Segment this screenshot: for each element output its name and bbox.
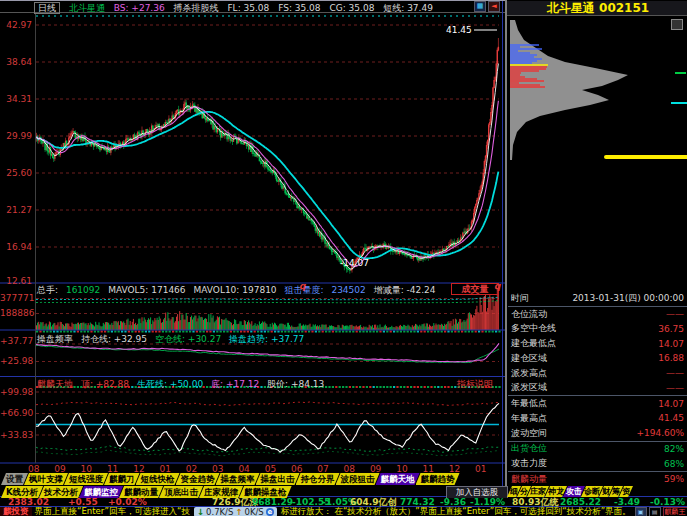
tab-持仓分界[interactable]: 持仓分界 [296,473,340,485]
juji-value: 234502 [331,285,365,295]
stat-label: 建仓区域 [511,352,547,365]
tab-顶底出击[interactable]: 顶底出击 [159,486,203,498]
axis-label: +33.83 [0,430,32,440]
month-label: 01 [475,464,486,474]
volume-panel-switch[interactable]: 成交量 [451,283,499,295]
index-value: -1.19% [470,498,505,506]
market-index-bar: 2383.02+0.55+0.02%726.9亿深9681.29-102.55-… [0,498,687,506]
stock-name: 北斗星通 [69,3,105,13]
grid-lines [36,16,499,435]
shengsi-value: 生死线: +50.00 [137,379,203,389]
chip-profile [510,20,628,160]
tab-波段狙击[interactable]: 波段狙击 [336,473,380,485]
app-window: 日线 北斗星通 BS: +27.36 搏杀排股线 FL: 35.08 FS: 3… [0,0,687,516]
chicang-value: 持仓线: +32.95 [81,334,147,344]
stat-row-攻击力度: 攻击力度68% [508,456,687,471]
stat-row-建仓区域: 建仓区域16.88 [508,351,687,366]
freq-lines [36,343,499,362]
index-value: -3.49 [614,498,640,506]
axis-label: +66.90 [0,408,32,418]
freq-name: 操盘频率 [37,334,73,344]
event-marker-q1: q [299,281,305,291]
stat-value: —— [666,368,684,378]
index-value: -9.36 [440,498,466,506]
period-selector[interactable]: 日线 [34,2,60,14]
rtab-攻击[interactable]: 攻击 [563,486,585,497]
right-info-panel: 北斗星通 002151 时间2013-01-31(四) 00:00:00仓位流动… [505,0,687,497]
fs-value: FS: 35.08 [278,3,320,13]
tab-麒麟趋势[interactable]: 麒麟趋势 [416,473,460,485]
kline-header: 日线 北斗星通 BS: +27.36 搏杀排股线 FL: 35.08 FS: 3… [34,2,494,12]
download-speed: 0.7K/S [206,507,233,516]
index-value: 774.32 [400,498,435,506]
close-panel-icon[interactable]: ◄ [488,1,500,12]
rtab-庄家[interactable]: 庄家 [527,486,549,497]
stat-row-仓位流动: 仓位流动—— [508,306,687,322]
stat-value: 14.07 [658,339,684,349]
axis-label: 25.60 [0,168,32,178]
axis-label: 377771 [0,293,32,303]
index-value: 80.93亿统 [512,498,558,506]
browser-icon[interactable]: e [266,508,274,516]
stat-value: 41.45 [658,413,684,423]
index-value: 9681.29 [252,498,293,506]
stat-label: 建仓最低点 [511,337,556,350]
panel-pin-icon[interactable] [671,19,683,30]
axis-label: 29.99 [0,131,32,141]
rtab-诊断[interactable]: 诊断 [581,486,603,497]
stat-row-年最高点: 年最高点41.45 [508,411,687,426]
index-value: 604.9亿创 [350,498,396,506]
price-marker-line [604,155,687,159]
tab-操盘出击[interactable]: 操盘出击 [256,473,300,485]
ding-value: 顶: +82.88 [81,379,129,389]
indicator-help-link[interactable]: 指标说明 [457,378,493,391]
tiandi-panel-header: 麒麟天地 顶: +82.88 生死线: +50.00 底: +17.12 股价:… [37,378,329,391]
upload-arrow-icon: ↑ [235,507,242,516]
tab-麒麟刀[interactable]: 麒麟刀 [104,473,140,485]
axis-label: 16.94 [0,242,32,252]
stat-label: 年最高点 [511,412,547,425]
taskbar-status-icons: ▣ ▤ 麒麟王 ⌨ [635,507,687,516]
low-price-annotation: -14.07 [340,258,369,268]
stat-value: 14.07 [658,399,684,409]
panel-borders [0,1,505,496]
tab-枫叶支撑[interactable]: 枫叶支撑 [24,473,68,485]
network-icon[interactable]: ▣ [635,507,647,516]
tab-短线强度[interactable]: 短线强度 [64,473,108,485]
ticker-source-label: 麒投资 [0,507,32,516]
time-axis: 080910111201020304050607080910111201 [0,464,505,472]
axis-label: +99.98 [0,387,32,397]
stat-value: 36.75 [658,324,684,334]
stat-row-多空中仓线: 多空中仓线36.75 [508,322,687,337]
stat-value: 16.88 [658,353,684,363]
di-value: 底: +17.12 [211,379,259,389]
mavol10-value: MAVOL10: 197810 [193,285,276,295]
axis-label: 38.64 [0,57,32,67]
stat-label: 麒麟动量 [511,473,547,486]
stat-label: 波动空间 [511,427,547,440]
grid-view-icon[interactable]: ▦ [474,1,486,12]
rtab-神龙[interactable]: 神龙 [545,486,567,497]
stat-value: +194.60% [636,428,684,438]
stat-value: 68% [664,459,684,469]
axis-label: 21.27 [0,205,32,215]
bottom-status-bar: 麒投资 界面上直接“Enter”回车，可选择进入“技 ↓ 0.7K/S ↑ 0K… [0,507,687,516]
vip-badge[interactable]: 麒麟王 [663,507,687,516]
stat-label: 攻击力度 [511,457,547,470]
tab-短线快枪[interactable]: 短线快枪 [136,473,180,485]
stock-title: 北斗星通 002151 [507,1,687,16]
tab-设置[interactable]: 设置 [1,473,28,485]
stat-row-时间: 时间2013-01-31(四) 00:00:00 [508,291,687,306]
volume-panel-header: 总手: 161092 MAVOL5: 171466 MAVOL10: 19781… [37,284,441,297]
tab-操盘频率[interactable]: 操盘频率 [216,473,260,485]
axis-label: 188886 [0,308,32,318]
stat-value: —— [666,309,684,319]
qushi-value: 操盘趋势: +37.77 [229,334,304,344]
event-marker-q2: q [494,281,500,291]
stat-label: 仓位流动 [511,308,547,321]
tab-麒麟天地[interactable]: 麒麟天地 [376,473,420,485]
stat-label: 派发高点 [511,367,547,380]
tab-资金趋势[interactable]: 资金趋势 [176,473,220,485]
message-icon[interactable]: ▤ [649,507,661,516]
axis-label: +37.77 [0,336,32,346]
